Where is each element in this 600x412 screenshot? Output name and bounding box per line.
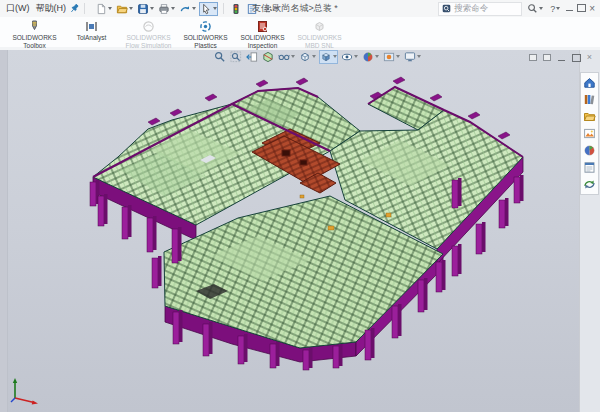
dropdown-caret	[539, 7, 543, 10]
zoom-to-area-button[interactable]	[229, 50, 243, 64]
addin-inspection-button[interactable]: SOLIDWORKS Inspection	[234, 19, 291, 49]
toolbar-separator	[84, 3, 85, 14]
open-folder-icon	[116, 3, 128, 15]
save-button[interactable]	[136, 2, 155, 16]
section-view-icon	[262, 51, 274, 63]
file-explorer-folder-icon[interactable]	[583, 110, 596, 123]
addin-label-line2: Toolbox	[6, 42, 63, 50]
hide-show-items-button[interactable]	[340, 50, 359, 64]
dropdown-caret	[375, 55, 379, 58]
design-library-icon[interactable]	[583, 93, 596, 106]
eye-icon	[341, 51, 353, 63]
select-tool-button[interactable]	[199, 2, 218, 16]
dropdown-caret	[108, 7, 112, 10]
options-button[interactable]	[261, 2, 280, 16]
addin-mbd-snl-button[interactable]: SOLIDWORKS MBD SNL	[291, 19, 348, 49]
previous-view-button[interactable]	[245, 50, 259, 64]
open-button[interactable]	[115, 2, 134, 16]
file-properties-icon	[246, 3, 258, 15]
zoom-to-fit-button[interactable]	[213, 50, 227, 64]
search-icon	[527, 3, 538, 14]
minimize-button[interactable]	[565, 4, 574, 14]
help-button[interactable]: ?	[549, 3, 561, 15]
feature-manager-collapsed-strip[interactable]	[0, 48, 8, 412]
appearances-scenes-icon[interactable]	[583, 144, 596, 157]
dropdown-caret	[291, 55, 295, 58]
view-cube-icon	[299, 51, 311, 63]
addin-label-line1: SOLIDWORKS	[291, 34, 348, 42]
save-disk-icon	[137, 3, 149, 15]
new-document-icon	[95, 3, 107, 15]
display-style-button[interactable]	[319, 50, 338, 64]
print-button[interactable]	[157, 2, 176, 16]
addin-flow-simulation-button[interactable]: SOLIDWORKS Flow Simulation	[120, 19, 177, 49]
doc-window-box-icon[interactable]	[529, 54, 537, 61]
dropdown-caret	[312, 55, 316, 58]
help-label: ?	[550, 4, 555, 14]
addin-label-line1: SOLIDWORKS	[177, 34, 234, 42]
menu-item-window[interactable]: 口(W)	[6, 2, 30, 15]
addin-label-line2: Inspection	[234, 42, 291, 50]
solidworks-forum-icon[interactable]	[583, 178, 596, 191]
close-button[interactable]: ×	[589, 4, 595, 14]
coordinate-triad	[8, 376, 44, 406]
flow-simulation-icon	[120, 19, 177, 33]
zoom-to-area-icon	[230, 51, 242, 63]
undo-arrow-icon	[179, 3, 191, 15]
shaded-cube-icon	[320, 51, 332, 63]
doc-close-button[interactable]: ×	[587, 53, 592, 61]
addin-tolanalyst-button[interactable]: TolAnalyst	[63, 19, 120, 42]
dropdown-caret	[354, 55, 358, 58]
menu-item-help[interactable]: 帮助(H)	[36, 2, 67, 15]
plastics-icon	[177, 19, 234, 33]
select-cursor-icon	[200, 3, 212, 15]
traffic-light-icon	[230, 3, 242, 15]
doc-restore-button[interactable]	[572, 48, 581, 66]
dropdown-caret	[150, 7, 154, 10]
monitor-icon	[404, 51, 416, 63]
dropdown-caret	[129, 7, 133, 10]
view-settings-button[interactable]	[403, 50, 422, 64]
tolanalyst-icon	[63, 19, 120, 33]
view-orientation-button[interactable]	[298, 50, 317, 64]
menu-bar: 口(W) 帮助(H)	[0, 2, 80, 15]
edit-appearance-button[interactable]	[361, 50, 380, 64]
appearance-ball-icon	[362, 51, 374, 63]
addin-plastics-button[interactable]: SOLIDWORKS Plastics	[177, 19, 234, 49]
restore-button[interactable]	[577, 4, 586, 14]
dropdown-caret	[171, 7, 175, 10]
undo-button[interactable]	[178, 2, 197, 16]
doc-minimize-button[interactable]	[557, 48, 566, 66]
search-app-icon	[442, 4, 451, 13]
view-palette-icon[interactable]	[583, 127, 596, 140]
dropdown-caret	[417, 55, 421, 58]
search-input[interactable]: 搜索命令	[438, 2, 522, 16]
addin-label-line1: TolAnalyst	[63, 34, 120, 42]
search-button[interactable]	[526, 2, 544, 15]
search-placeholder: 搜索命令	[454, 3, 488, 15]
file-properties-button[interactable]	[245, 2, 259, 16]
toolbar-separator	[223, 3, 224, 14]
doc-window-box-icon[interactable]	[543, 54, 551, 61]
toolbox-icon	[6, 19, 63, 33]
new-document-button[interactable]	[94, 2, 113, 16]
addin-label-line1: SOLIDWORKS	[120, 34, 177, 42]
addin-label-line1: SOLIDWORKS	[6, 34, 63, 42]
solidworks-resources-home-icon[interactable]	[583, 76, 596, 89]
title-bar: 口(W) 帮助(H)	[0, 0, 600, 18]
apply-scene-button[interactable]	[382, 50, 401, 64]
custom-properties-icon[interactable]	[583, 161, 596, 174]
addin-toolbox-button[interactable]: SOLIDWORKS Toolbox	[6, 19, 63, 49]
rebuild-button[interactable]	[229, 2, 243, 16]
document-window-controls: ×	[529, 48, 592, 66]
gear-icon	[262, 3, 274, 15]
zoom-to-fit-icon	[214, 51, 226, 63]
titlebar-right-cluster: 搜索命令 ? ×	[438, 2, 600, 16]
pin-icon[interactable]	[69, 3, 80, 14]
glasses-icon	[278, 51, 290, 63]
addin-label-line2: Flow Simulation	[120, 42, 177, 50]
dropdown-caret	[556, 7, 560, 10]
task-pane	[579, 48, 600, 412]
section-view-button[interactable]	[261, 50, 275, 64]
annotation-view-button[interactable]	[277, 50, 296, 64]
